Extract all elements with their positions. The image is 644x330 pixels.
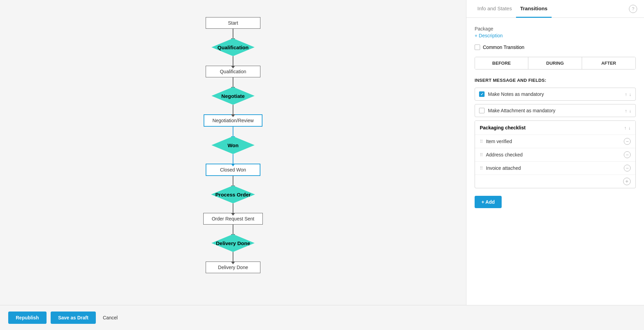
- tab-during[interactable]: DURING: [528, 57, 582, 69]
- arrow-9: [233, 225, 233, 234]
- checklist-item-label-1: Address checked: [486, 152, 624, 157]
- transition-tabs: BEFORE DURING AFTER: [475, 57, 636, 69]
- add-description-link[interactable]: + Description: [475, 33, 503, 38]
- node-delivery-done-diamond: Delivery Done: [202, 234, 264, 252]
- notes-arrow-down[interactable]: ↓: [629, 92, 632, 97]
- help-icon[interactable]: ?: [629, 5, 637, 13]
- node-negotiate-diamond: Negotiate: [202, 87, 264, 105]
- tab-info-states[interactable]: Info and States: [473, 0, 516, 18]
- tab-transitions[interactable]: Transitions: [516, 0, 552, 18]
- add-button[interactable]: + Add: [475, 196, 502, 208]
- field-row-notes: ✓ Make Notes as mandatory ↑ ↓: [475, 88, 636, 101]
- common-transition-row: Common Transition: [475, 45, 636, 50]
- save-draft-button[interactable]: Save as Draft: [51, 312, 96, 324]
- attachment-checkbox[interactable]: [479, 108, 485, 113]
- tab-before[interactable]: BEFORE: [475, 57, 528, 69]
- flow-node-process-order: Process Order: [202, 186, 264, 203]
- common-transition-label: Common Transition: [483, 45, 524, 50]
- arrow-2: [233, 56, 233, 66]
- checklist-item-label-2: Invoice attached: [486, 165, 624, 171]
- drag-handle-2[interactable]: ⠿: [480, 166, 483, 171]
- attachment-arrow-up[interactable]: ↑: [625, 108, 627, 113]
- arrow-7: [233, 176, 233, 186]
- arrow-6: [233, 154, 233, 164]
- checklist-item-label-0: Item verified: [486, 139, 624, 144]
- checklist-item-0: ⠿ Item verified −: [475, 135, 635, 148]
- cancel-button[interactable]: Cancel: [100, 312, 120, 324]
- field-row-attachment: Make Attachment as mandatory ↑ ↓: [475, 104, 636, 117]
- checklist-box: Packaging checklist ↑ ↓ ⠿ Item verified …: [475, 120, 636, 188]
- workflow-panel: Start Qualification Qualification Negoti…: [0, 0, 466, 305]
- node-process-order: Process Order: [202, 186, 264, 203]
- attachment-arrows: ↑ ↓: [625, 108, 631, 113]
- arrow-4: [233, 105, 233, 114]
- checklist-item-2: ⠿ Invoice attached −: [475, 162, 635, 175]
- node-won-diamond: Won: [202, 136, 264, 154]
- arrow-10: [233, 252, 233, 262]
- notes-checkbox[interactable]: ✓: [479, 91, 485, 97]
- add-checklist-item-button[interactable]: +: [623, 178, 631, 185]
- right-panel: Info and States Transitions ? Package + …: [466, 0, 644, 305]
- checklist-arrow-up[interactable]: ↑: [624, 125, 627, 130]
- notes-arrow-up[interactable]: ↑: [625, 92, 627, 97]
- node-qualification-diamond: Qualification: [202, 38, 264, 56]
- arrow-5: [233, 127, 233, 136]
- flow-node-negotiate-diamond: Negotiate: [202, 87, 264, 105]
- checklist-title: Packaging checklist: [480, 125, 624, 130]
- notes-arrows: ↑ ↓: [625, 92, 631, 97]
- insert-message-title: INSERT MESSAGE AND FIELDS:: [475, 78, 636, 83]
- flow-node-qualification-diamond: Qualification: [202, 38, 264, 56]
- checklist-arrows: ↑ ↓: [624, 125, 631, 130]
- remove-item-2[interactable]: −: [624, 165, 631, 172]
- checkmark-notes: ✓: [480, 92, 484, 97]
- notes-label: Make Notes as mandatory: [488, 91, 625, 97]
- checklist-arrow-down[interactable]: ↓: [629, 125, 631, 130]
- arrow-8: [233, 203, 233, 213]
- drag-handle-0[interactable]: ⠿: [480, 139, 483, 144]
- diagram-area: Start Qualification Qualification Negoti…: [7, 10, 459, 298]
- bottom-toolbar: Republish Save as Draft Cancel: [0, 305, 644, 330]
- remove-item-1[interactable]: −: [624, 151, 631, 158]
- add-item-row: +: [475, 175, 635, 188]
- checklist-header: Packaging checklist ↑ ↓: [475, 121, 635, 135]
- attachment-arrow-down[interactable]: ↓: [629, 108, 632, 113]
- tabs-header: Info and States Transitions ?: [466, 0, 644, 18]
- remove-item-0[interactable]: −: [624, 138, 631, 145]
- node-start: Start: [206, 17, 260, 29]
- checklist-item-1: ⠿ Address checked −: [475, 148, 635, 162]
- package-label: Package: [475, 26, 636, 31]
- common-transition-checkbox[interactable]: [475, 45, 480, 50]
- flow-node-start: Start: [206, 17, 260, 29]
- panel-content: Package + Description Common Transition …: [466, 18, 644, 305]
- tab-after[interactable]: AFTER: [582, 57, 635, 69]
- attachment-label: Make Attachment as mandatory: [488, 108, 625, 113]
- arrow-3: [233, 77, 233, 87]
- republish-button[interactable]: Republish: [8, 312, 47, 324]
- drag-handle-1[interactable]: ⠿: [480, 152, 483, 157]
- arrow-1: [233, 29, 233, 38]
- flow-node-delivery-done-diamond: Delivery Done: [202, 234, 264, 252]
- flow-node-won-diamond: Won: [202, 136, 264, 154]
